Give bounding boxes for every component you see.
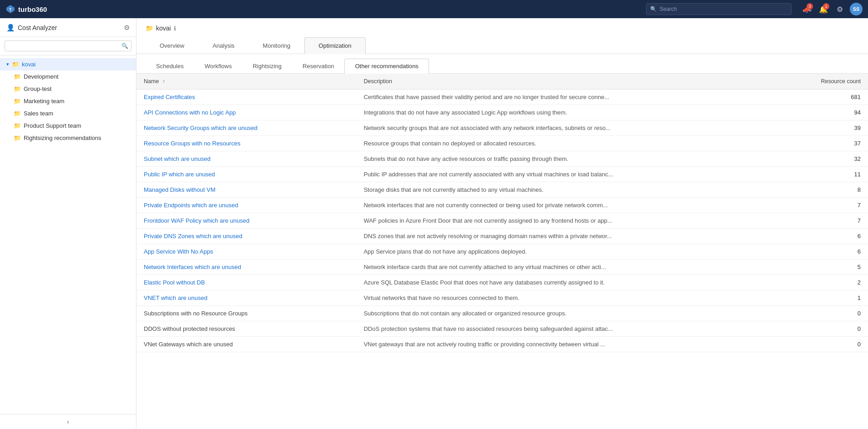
collapse-icon: ‹	[67, 418, 69, 425]
sidebar-title-label: Cost Analyzer	[18, 24, 57, 31]
sub-tab-other-recommendations[interactable]: Other recommendations	[344, 59, 429, 74]
table-row: Private Endpoints which are unusedNetwor…	[136, 198, 868, 213]
sort-icon: ↑	[162, 78, 165, 85]
sidebar-collapse-button[interactable]: ‹	[0, 414, 136, 429]
content-header: 📁 kovai ℹ Overview Analysis Monitoring O…	[136, 18, 868, 54]
breadcrumb: 📁 kovai ℹ	[146, 25, 859, 32]
main-tabs: Overview Analysis Monitoring Optimizatio…	[146, 37, 859, 54]
recommendation-name[interactable]: VNET which are unused	[136, 290, 356, 306]
sidebar-item-label: Development	[24, 73, 59, 80]
recommendation-name[interactable]: Resource Groups with no Resources	[136, 136, 356, 151]
recommendation-description: VNet gateways that are not actively rout…	[356, 337, 809, 352]
cost-analyzer-icon: 👤	[6, 24, 15, 32]
recommendation-name[interactable]: Private DNS Zones which are unused	[136, 229, 356, 244]
recommendation-description: Subscriptions that do not contain any al…	[356, 306, 809, 321]
sidebar-search-input[interactable]	[5, 40, 131, 51]
folder-icon-marketing: 📁	[14, 98, 21, 105]
table-row: VNET which are unusedVirtual networks th…	[136, 290, 868, 306]
sidebar-item-rightsizing[interactable]: 📁 Rightsizing recommendations	[7, 132, 136, 144]
recommendation-name[interactable]: Expired Certificates	[136, 90, 356, 105]
search-placeholder: Search	[660, 6, 677, 12]
sidebar-search-icon: 🔍	[121, 43, 128, 49]
sidebar-item-development[interactable]: 📁 Development	[7, 70, 136, 83]
turbo-logo-icon: T	[5, 4, 15, 14]
tab-monitoring[interactable]: Monitoring	[249, 37, 305, 54]
sidebar-title: 👤 Cost Analyzer	[6, 24, 57, 32]
recommendation-name[interactable]: Network Interfaces which are unused	[136, 259, 356, 275]
bell-button[interactable]: 🔔 1	[817, 3, 830, 15]
table-row: Elastic Pool without DBAzure SQL Databas…	[136, 275, 868, 290]
recommendation-name[interactable]: Frontdoor WAF Policy which are unused	[136, 213, 356, 229]
sidebar-item-label: Marketing team	[24, 98, 65, 105]
recommendation-count: 1	[809, 290, 868, 306]
notification-badge: 3	[807, 3, 813, 10]
info-icon[interactable]: ℹ	[174, 25, 176, 32]
recommendation-description: Subnets that do not have any active reso…	[356, 151, 809, 167]
sidebar: 👤 Cost Analyzer ⚙ 🔍 ▾ 📁 kovai 📁 Developm…	[0, 18, 136, 429]
recommendation-name: Subscriptions with no Resource Groups	[136, 306, 356, 321]
recommendation-name[interactable]: Network Security Groups which are unused	[136, 120, 356, 136]
sidebar-gear-button[interactable]: ⚙	[124, 24, 130, 32]
tab-optimization[interactable]: Optimization	[304, 37, 365, 54]
folder-icon: 📁	[12, 61, 19, 68]
notifications-button[interactable]: 📣 3	[801, 3, 813, 15]
recommendation-name[interactable]: Managed Disks without VM	[136, 182, 356, 198]
recommendation-count: 0	[809, 306, 868, 321]
sub-tab-reservation[interactable]: Reservation	[292, 59, 344, 73]
recommendation-name[interactable]: Public IP which are unused	[136, 167, 356, 182]
recommendation-name[interactable]: API Connections with no Logic App	[136, 105, 356, 120]
sidebar-item-kovai[interactable]: ▾ 📁 kovai	[0, 58, 136, 70]
recommendation-name[interactable]: App Service With No Apps	[136, 244, 356, 259]
folder-icon-group-test: 📁	[14, 85, 21, 92]
recommendations-table-container: Name ↑ Description Resource count Expire…	[136, 74, 868, 429]
recommendation-name[interactable]: Elastic Pool without DB	[136, 275, 356, 290]
table-row: Public IP which are unusedPublic IP addr…	[136, 167, 868, 182]
recommendation-name: VNet Gateways which are unused	[136, 337, 356, 352]
sidebar-item-label: Group-test	[24, 85, 51, 92]
col-resource-count[interactable]: Resource count	[809, 74, 868, 90]
main-content: 📁 kovai ℹ Overview Analysis Monitoring O…	[136, 18, 868, 429]
breadcrumb-folder-icon: 📁	[146, 25, 153, 32]
table-row: Expired CertificatesCertificates that ha…	[136, 90, 868, 105]
app-logo[interactable]: T turbo360	[5, 4, 47, 14]
sub-tab-schedules[interactable]: Schedules	[146, 59, 194, 73]
col-description[interactable]: Description	[356, 74, 809, 90]
recommendation-count: 2	[809, 275, 868, 290]
sidebar-item-group-test[interactable]: 📁 Group-test	[7, 83, 136, 95]
table-row: Network Security Groups which are unused…	[136, 120, 868, 136]
tab-overview[interactable]: Overview	[146, 37, 198, 54]
table-row: Network Interfaces which are unusedNetwo…	[136, 259, 868, 275]
sub-tabs: Schedules Workflows Rightsizing Reservat…	[136, 54, 868, 74]
search-bar[interactable]: 🔍 Search	[646, 3, 792, 15]
table-row: Private DNS Zones which are unusedDNS zo…	[136, 229, 868, 244]
recommendation-count: 37	[809, 136, 868, 151]
table-row: Subnet which are unusedSubnets that do n…	[136, 151, 868, 167]
sidebar-item-sales[interactable]: 📁 Sales team	[7, 107, 136, 120]
breadcrumb-label: kovai	[156, 25, 171, 32]
sub-tab-workflows[interactable]: Workflows	[194, 59, 242, 73]
recommendation-count: 8	[809, 182, 868, 198]
tab-analysis[interactable]: Analysis	[198, 37, 248, 54]
recommendation-description: Network interfaces that are not currentl…	[356, 198, 809, 213]
recommendation-description: Network interface cards that are not cur…	[356, 259, 809, 275]
col-name[interactable]: Name ↑	[136, 74, 356, 90]
sidebar-item-label: Sales team	[24, 110, 53, 117]
recommendation-name[interactable]: Private Endpoints which are unused	[136, 198, 356, 213]
user-avatar[interactable]: SS	[850, 3, 863, 15]
expand-icon: ▾	[6, 61, 9, 67]
recommendation-description: Certificates that have passed their vali…	[356, 90, 809, 105]
sidebar-tree: ▾ 📁 kovai 📁 Development 📁 Group-test 📁 M…	[0, 55, 136, 414]
sidebar-item-marketing[interactable]: 📁 Marketing team	[7, 95, 136, 107]
navbar-actions: 📣 3 🔔 1 ⚙ SS	[801, 3, 863, 15]
app-name: turbo360	[18, 5, 47, 13]
recommendation-description: DNS zones that are not actively resolvin…	[356, 229, 809, 244]
recommendation-name[interactable]: Subnet which are unused	[136, 151, 356, 167]
sidebar-item-product-support[interactable]: 📁 Product Support team	[7, 120, 136, 132]
recommendations-table: Name ↑ Description Resource count Expire…	[136, 74, 868, 352]
sub-tab-rightsizing[interactable]: Rightsizing	[242, 59, 292, 73]
navbar: T turbo360 🔍 Search 📣 3 🔔 1 ⚙ SS	[0, 0, 868, 18]
gear-icon: ⚙	[837, 5, 843, 14]
recommendation-count: 6	[809, 244, 868, 259]
recommendation-description: Azure SQL Database Elastic Pool that doe…	[356, 275, 809, 290]
settings-button[interactable]: ⚙	[833, 3, 846, 15]
